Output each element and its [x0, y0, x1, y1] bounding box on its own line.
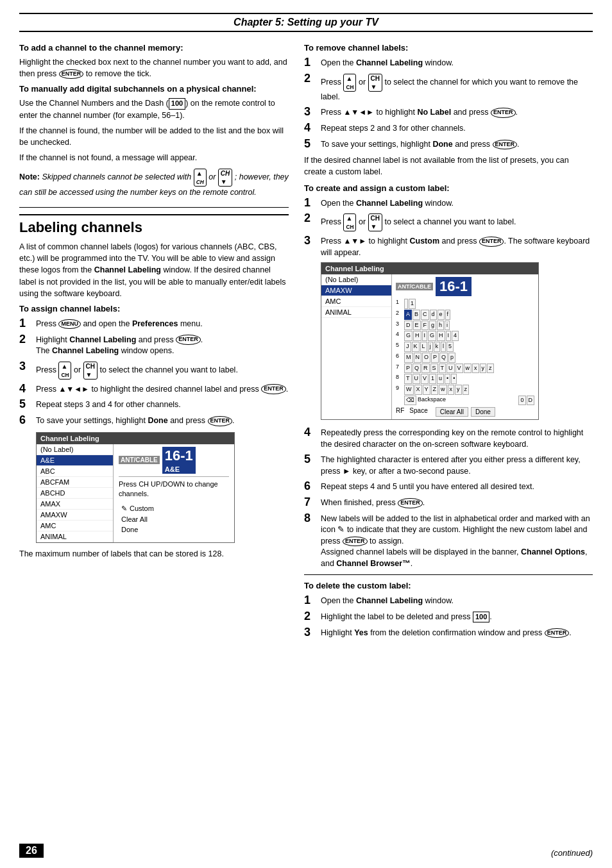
enter-btn-c7: ENTER: [398, 498, 423, 508]
kb-key-G2: G: [428, 331, 436, 341]
kb-clear-all-btn[interactable]: Clear All: [436, 407, 468, 417]
kb-key-P3: P: [404, 363, 412, 374]
kb-key-backspace-sym: ⌫: [404, 396, 416, 406]
kb-key-F: F: [421, 321, 429, 331]
cl-option-custom: ✎ Custom: [119, 503, 229, 514]
chapter-title: Chapter 5: Setting up your TV: [19, 13, 593, 32]
cl-option-done: Done: [119, 524, 229, 535]
kb-key-x: x: [472, 363, 479, 374]
kb-key-4: 4: [452, 331, 459, 341]
kb-key-dot1: •: [445, 374, 450, 384]
manual-subchannels-p1: Use the Channel Numbers and the Dash (10…: [19, 97, 289, 121]
kb-done-btn[interactable]: Done: [471, 407, 495, 417]
kb-key-P2: P: [431, 353, 439, 363]
kb-right-panel: ANT/CABLE 16-1 1 1: [392, 274, 538, 419]
cl-item-amc: AMC: [37, 521, 113, 531]
step-delete-3: 3 Highlight Yes from the deletion confir…: [304, 626, 593, 639]
kb-key-l: l: [441, 342, 446, 352]
kb-key-H: H: [413, 331, 421, 341]
step-delete-2: 2 Highlight the label to be deleted and …: [304, 610, 593, 623]
cl-item-abc: ABC: [37, 466, 113, 477]
kb-key-x2: x: [448, 385, 455, 395]
divider-delete: [304, 574, 593, 575]
kb-key-Q2: Q: [412, 363, 421, 374]
kb-key-g: g: [429, 321, 436, 331]
step-remove-2: 2 Press ▲CH or CH▼ to select the channel…: [304, 72, 593, 103]
kb-key-Q: Q: [439, 353, 448, 363]
cl-option-clear-all: Clear All: [119, 514, 229, 524]
step-remove-1: 1 Open the Channel Labeling window.: [304, 56, 593, 69]
kb-item-animal: ANIMAL: [321, 307, 391, 318]
create-steps-list: 1 Open the Channel Labeling window. 2 Pr…: [304, 197, 593, 259]
page-number: 26: [19, 844, 44, 858]
kb-key-h: h: [437, 321, 444, 331]
kb-left-panel: (No Label) AMAXW AMC ANIMAL: [321, 274, 392, 419]
labeling-channels-heading: Labeling channels: [19, 214, 289, 236]
arrows-r3: ▲▼◄►: [343, 108, 374, 117]
enter-btn-c8: ENTER: [343, 537, 368, 547]
delete-steps-list: 1 Open the Channel Labeling window. 2 Hi…: [304, 594, 593, 638]
kb-channel-display: 16-1: [436, 277, 472, 296]
cl-item-ae-highlight: A&E: [37, 455, 113, 466]
kb-key-X: X: [414, 385, 422, 395]
add-channel-p1: Highlight the checked box next to the ch…: [19, 56, 289, 79]
kb-key-I: I: [422, 331, 428, 341]
kb-key-u2: u: [437, 374, 444, 384]
step-delete-1: 1 Open the Channel Labeling window.: [304, 594, 593, 607]
kb-key-dot2: •: [451, 374, 457, 384]
pencil-icon: ✎: [121, 505, 127, 513]
kb-key-L: L: [420, 342, 427, 352]
cl-right-header: ANT/CABLE 16-1 A&E: [119, 447, 229, 477]
ch-dn-btn-c2: CH▼: [368, 213, 382, 231]
kb-key-E: E: [413, 321, 421, 331]
kb-key-U: U: [446, 363, 455, 374]
ant-label: ANT/CABLE: [119, 456, 160, 464]
kb-key-space1: [404, 299, 408, 309]
cl-left-panel: (No Label) A&E ABC ABCFAM ABCHD AMAX AMA…: [37, 444, 114, 542]
cl-options: ✎ Custom Clear All Done: [119, 503, 229, 535]
step-create-3: 3 Press ▲▼► to highlight Custom and pres…: [304, 235, 593, 258]
kb-key-A: A: [404, 310, 412, 320]
kb-key-H2: H: [437, 331, 445, 341]
kb-key-B: B: [412, 310, 420, 320]
manual-subchannels-heading: To manually add digital subchannels on a…: [19, 83, 289, 96]
step-assign-5: 5 Repeat steps 3 and 4 for other channel…: [19, 398, 289, 411]
remove-labels-heading: To remove channel labels:: [304, 42, 593, 54]
right-column: To remove channel labels: 1 Open the Cha…: [304, 42, 593, 643]
kb-space-label: Space: [409, 407, 427, 417]
step-assign-4: 4 Press ▲▼◄► to highlight the desired ch…: [19, 383, 289, 396]
cl-item-amax: AMAX: [37, 499, 113, 510]
kb-key-d: d: [430, 310, 437, 320]
press-info: Press CH UP/DOWN to change channels.: [119, 480, 229, 499]
step-create-7: 7 When finished, press ENTER.: [304, 496, 593, 509]
add-channel-heading: To add a channel to the channel memory:: [19, 42, 289, 54]
kb-key-backspace-label: Backspace: [417, 396, 446, 406]
kb-key-1: 1: [409, 299, 416, 309]
100-btn: 100: [473, 612, 489, 622]
kb-key-w: w: [464, 363, 472, 374]
cl-header-left: Channel Labeling: [37, 433, 234, 444]
kb-key-R: R: [421, 363, 430, 374]
step-assign-1: 1 Press MENU and open the Preferences me…: [19, 317, 289, 330]
kb-key-J: J: [404, 342, 411, 352]
kb-key-C: C: [421, 310, 429, 320]
delete-custom-heading: To delete the custom label:: [304, 580, 593, 592]
cl-item-amaxw: AMAXW: [37, 510, 113, 521]
step-remove-3: 3 Press ▲▼◄► to highlight No Label and p…: [304, 106, 593, 119]
dash-key: 100: [169, 98, 185, 110]
kb-key-e: e: [438, 310, 445, 320]
enter-btn-s2: ENTER: [176, 335, 201, 345]
note-label: Note:: [19, 172, 40, 181]
note-text: Skipped channels cannot be selected with…: [19, 172, 289, 197]
kb-key-K: K: [412, 342, 420, 352]
enter-btn-s6: ENTER: [208, 416, 233, 426]
labeling-intro: A list of common channel labels (logos) …: [19, 241, 289, 299]
kb-key-z2: z: [463, 385, 470, 395]
kb-header: Channel Labeling: [321, 263, 538, 274]
kb-key-1b: 1: [429, 374, 436, 384]
cl-body-left: (No Label) A&E ABC ABCFAM ABCHD AMAX AMA…: [37, 444, 234, 542]
kb-key-k: k: [434, 342, 441, 352]
page: Chapter 5: Setting up your TV To add a c…: [0, 0, 612, 868]
enter-btn-r3: ENTER: [491, 108, 516, 118]
kb-key-G: G: [404, 331, 412, 341]
